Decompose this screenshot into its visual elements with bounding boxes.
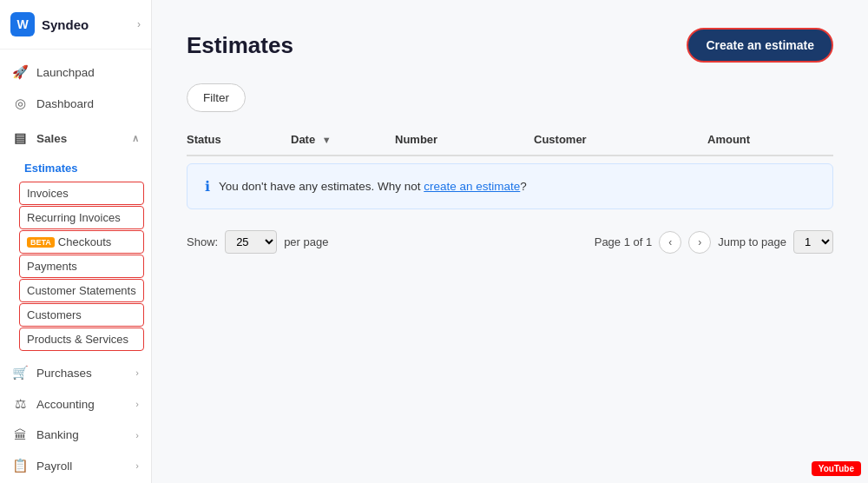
payroll-chevron-icon: › (135, 460, 139, 471)
column-header-number: Number (395, 133, 534, 146)
customer-statements-label: Customer Statements (27, 284, 136, 297)
banking-icon: 🏛 (12, 427, 28, 442)
sales-section: ▤ Sales ∧ Estimates Invoices Recurring I… (0, 119, 151, 357)
date-sort-icon: ▼ (322, 135, 332, 145)
invoices-label: Invoices (27, 187, 69, 200)
accounting-label: Accounting (36, 398, 127, 411)
payments-label: Payments (27, 260, 77, 273)
dashboard-icon: ◎ (12, 96, 28, 111)
customers-label: Customers (27, 308, 82, 321)
prev-page-button[interactable]: ‹ (659, 231, 681, 254)
sidebar-item-invoices[interactable]: Invoices (19, 182, 144, 205)
sidebar: W Syndeo › 🚀 Launchpad ◎ Dashboard ▤ Sal… (0, 0, 152, 483)
sidebar-nav: 🚀 Launchpad ◎ Dashboard ▤ Sales ∧ Estima… (0, 50, 151, 483)
sidebar-brand: Syndeo (42, 17, 89, 32)
column-header-status: Status (187, 133, 291, 146)
main-content-area: Estimates Create an estimate Filter Stat… (152, 0, 868, 483)
column-header-customer: Customer (534, 133, 707, 146)
show-per-page: Show: 25 10 50 100 per page (187, 230, 328, 254)
info-icon: ℹ (205, 178, 210, 195)
sidebar-item-checkouts[interactable]: BETA Checkouts (19, 230, 144, 254)
per-page-select[interactable]: 25 10 50 100 (225, 230, 277, 254)
sales-chevron-icon: ∧ (132, 133, 139, 144)
logo-icon: W (10, 12, 35, 36)
purchases-chevron-icon: › (135, 367, 139, 378)
sidebar-item-customers[interactable]: Customers (19, 303, 144, 327)
banking-label: Banking (36, 428, 127, 441)
create-estimate-link[interactable]: create an estimate (424, 180, 520, 193)
youtube-badge[interactable]: YouTube (812, 461, 861, 476)
create-estimate-button[interactable]: Create an estimate (687, 28, 833, 63)
sales-label: Sales (36, 132, 123, 145)
next-page-button[interactable]: › (688, 231, 711, 254)
beta-badge: BETA (27, 237, 55, 248)
sidebar-item-dashboard[interactable]: ◎ Dashboard (0, 88, 151, 119)
empty-state-row: ℹ You don't have any estimates. Why not … (187, 163, 833, 209)
page-info: Page 1 of 1 (595, 235, 653, 248)
page-title: Estimates (187, 32, 293, 59)
column-header-date: Date ▼ (291, 133, 395, 146)
page-controls: Page 1 of 1 ‹ › Jump to page 1 (595, 230, 833, 254)
sidebar-logo: W Syndeo (10, 12, 89, 36)
launchpad-icon: 🚀 (12, 64, 28, 80)
sidebar-item-purchases[interactable]: 🛒 Purchases › (0, 357, 151, 388)
sidebar-item-launchpad[interactable]: 🚀 Launchpad (0, 56, 151, 88)
sidebar-item-products-services[interactable]: Products & Services (19, 328, 144, 351)
products-services-label: Products & Services (27, 333, 128, 346)
purchases-label: Purchases (36, 367, 127, 380)
table-header: Status Date ▼ Number Customer Amount (187, 133, 833, 156)
recurring-invoices-label: Recurring Invoices (27, 211, 121, 224)
main-content: Estimates Create an estimate Filter Stat… (152, 0, 868, 483)
jump-to-page-select[interactable]: 1 (793, 230, 833, 254)
sidebar-item-accounting[interactable]: ⚖ Accounting › (0, 388, 151, 420)
sidebar-item-sales[interactable]: ▤ Sales ∧ (0, 122, 151, 154)
sidebar-item-customer-statements[interactable]: Customer Statements (19, 279, 144, 302)
purchases-icon: 🛒 (12, 365, 28, 380)
sales-icon: ▤ (12, 130, 28, 146)
sales-sub-items: Estimates Invoices Recurring Invoices BE… (0, 154, 151, 354)
sidebar-item-payroll[interactable]: 📋 Payroll › (0, 450, 151, 481)
sidebar-item-banking[interactable]: 🏛 Banking › (0, 420, 151, 450)
payroll-label: Payroll (36, 460, 127, 473)
banking-chevron-icon: › (135, 430, 139, 440)
sidebar-item-label: Launchpad (36, 66, 139, 79)
sidebar-item-recurring-invoices[interactable]: Recurring Invoices (19, 206, 144, 229)
empty-message: You don't have any estimates. Why not cr… (219, 180, 527, 193)
estimates-label: Estimates (24, 162, 77, 175)
per-page-label: per page (284, 235, 328, 248)
jump-label: Jump to page (718, 235, 786, 248)
accounting-chevron-icon: › (135, 399, 139, 409)
sidebar-item-label: Dashboard (36, 97, 139, 110)
pagination-row: Show: 25 10 50 100 per page Page 1 of 1 … (187, 230, 833, 254)
filter-button[interactable]: Filter (187, 83, 246, 112)
sidebar-item-payments[interactable]: Payments (19, 255, 144, 278)
sidebar-collapse-icon[interactable]: › (137, 18, 141, 30)
accounting-icon: ⚖ (12, 396, 28, 412)
page-header: Estimates Create an estimate (187, 28, 833, 63)
payroll-icon: 📋 (12, 458, 28, 473)
show-label: Show: (187, 235, 218, 248)
checkouts-label: Checkouts (58, 235, 111, 248)
column-header-amount: Amount (707, 133, 833, 146)
sidebar-item-estimates[interactable]: Estimates (0, 155, 151, 181)
sidebar-header: W Syndeo › (0, 0, 151, 50)
